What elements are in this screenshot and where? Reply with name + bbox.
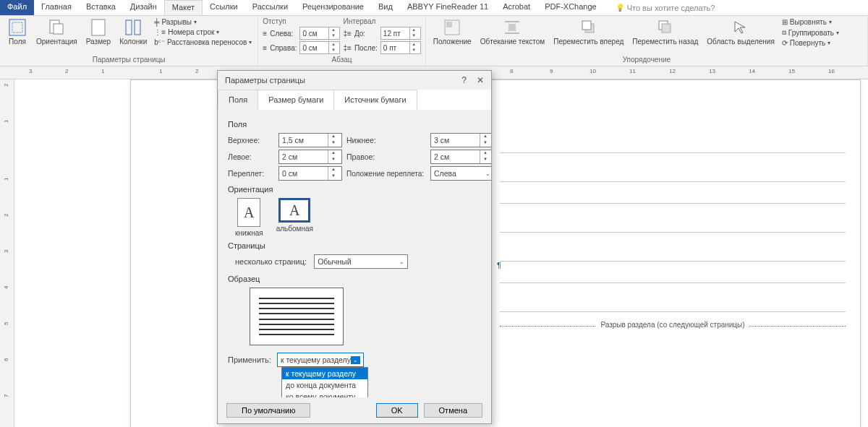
orientation-portrait[interactable]: A книжная [235, 198, 263, 237]
apply-to-select[interactable]: к текущему разделу⌄ [277, 353, 364, 367]
spacing-before-input[interactable]: 12 пт▲▼ [380, 27, 421, 40]
size-label: Размер [86, 38, 111, 46]
spacing-title: Интервал [343, 17, 420, 25]
spin-up-icon[interactable]: ▲ [480, 150, 490, 157]
columns-button[interactable]: Колонки [116, 17, 150, 47]
spin-down-icon[interactable]: ▼ [409, 33, 418, 39]
tab-view[interactable]: Вид [371, 0, 400, 15]
spin-up-icon[interactable]: ▲ [409, 27, 418, 33]
spin-down-icon[interactable]: ▼ [328, 48, 337, 53]
tab-acrobat[interactable]: Acrobat [495, 0, 537, 15]
apply-option-whole-doc[interactable]: ко всему документу [282, 391, 367, 397]
multi-pages-label: несколько страниц: [235, 257, 307, 266]
left-margin-input[interactable]: 2 см▲▼ [278, 150, 342, 164]
tab-layout[interactable]: Макет [164, 0, 203, 15]
ribbon-tabs: Файл Главная Вставка Дизайн Макет Ссылки… [0, 0, 868, 16]
line-numbers-button[interactable]: ⋮≡Номера строк▾ [153, 27, 253, 37]
apply-option-end-of-doc[interactable]: до конца документа [282, 379, 367, 391]
help-icon[interactable]: ? [461, 75, 467, 85]
line-numbers-icon: ⋮≡ [154, 28, 166, 36]
close-icon[interactable]: ✕ [477, 75, 484, 85]
spin-down-icon[interactable]: ▼ [328, 140, 339, 147]
tab-design[interactable]: Дизайн [123, 0, 164, 15]
tab-mailings[interactable]: Рассылки [245, 0, 295, 15]
tab-file[interactable]: Файл [0, 0, 34, 15]
indent-right-label: Справа: [270, 44, 297, 52]
spin-up-icon[interactable]: ▲ [409, 42, 418, 48]
ribbon: Поля Ориентация Размер Колонки ╪Разрывы▾… [0, 16, 868, 66]
group-title-paragraph: Абзац [263, 55, 421, 64]
lightbulb-icon: 💡 [616, 4, 624, 12]
dialog-titlebar: Параметры страницы ? ✕ [218, 71, 491, 90]
orientation-button[interactable]: Ориентация [33, 17, 80, 47]
spin-down-icon[interactable]: ▼ [328, 157, 339, 163]
margins-button[interactable]: Поля [4, 17, 30, 47]
multi-pages-select[interactable]: Обычный⌄ [314, 254, 408, 269]
wrap-button[interactable]: Обтекание текстом [477, 17, 548, 47]
indent-left-input[interactable]: 0 см▲▼ [299, 27, 340, 40]
cancel-button[interactable]: Отмена [424, 403, 482, 418]
chevron-down-icon: ▾ [194, 19, 197, 25]
landscape-icon: A [278, 198, 310, 223]
vertical-ruler[interactable]: 2 1 1 2 3 4 5 6 7 [0, 79, 14, 427]
orientation-landscape[interactable]: A альбомная [276, 198, 313, 237]
gutter-input[interactable]: 0 см▲▼ [278, 166, 342, 181]
svg-rect-1 [12, 22, 22, 33]
align-button[interactable]: ⊞Выровнять▾ [780, 17, 841, 27]
tab-references[interactable]: Ссылки [203, 0, 245, 15]
chevron-down-icon: ▾ [216, 29, 219, 35]
spin-up-icon[interactable]: ▲ [328, 134, 339, 140]
bottom-margin-input[interactable]: 3 см▲▼ [430, 133, 491, 147]
backward-button[interactable]: Переместить назад [629, 17, 701, 47]
gutter-pos-label: Положение переплета: [346, 170, 426, 178]
spin-down-icon[interactable]: ▼ [480, 157, 490, 163]
top-margin-input[interactable]: 1,5 см▲▼ [278, 133, 342, 147]
ok-button[interactable]: OK [376, 403, 418, 418]
spacing-before-icon: ‡≡ [343, 30, 351, 38]
tab-review[interactable]: Рецензирование [295, 0, 371, 15]
gutter-pos-select[interactable]: Слева⌄ [430, 166, 491, 181]
hyphenation-button[interactable]: bᶜ⁻Расстановка переносов▾ [153, 38, 253, 47]
spin-down-icon[interactable]: ▼ [480, 140, 490, 147]
breaks-button[interactable]: ╪Разрывы▾ [153, 17, 253, 27]
default-button[interactable]: По умолчанию [226, 403, 310, 418]
rotate-button[interactable]: ⟳Повернуть▾ [780, 38, 841, 48]
forward-button[interactable]: Переместить вперед [550, 17, 626, 47]
spin-down-icon[interactable]: ▼ [328, 173, 339, 180]
position-button[interactable]: Положение [430, 17, 475, 47]
apply-to-dropdown: к текущему разделу до конца документа ко… [281, 367, 368, 397]
svg-rect-4 [92, 20, 105, 35]
spin-up-icon[interactable]: ▲ [328, 27, 337, 33]
group-objects-button[interactable]: ⧈Группировать▾ [780, 27, 841, 38]
indent-right-input[interactable]: 0 см▲▼ [299, 41, 340, 54]
apply-option-current-section[interactable]: к текущему разделу [282, 368, 367, 379]
table-line [500, 282, 846, 283]
tab-home[interactable]: Главная [34, 0, 79, 15]
hyphenation-icon: bᶜ⁻ [154, 38, 165, 46]
position-icon [442, 19, 462, 36]
tab-pdfxchange[interactable]: PDF-XChange [537, 0, 604, 15]
tell-me-search[interactable]: 💡 Что вы хотите сделать? [608, 0, 723, 15]
spin-up-icon[interactable]: ▲ [328, 150, 339, 157]
right-margin-input[interactable]: 2 см▲▼ [430, 150, 491, 164]
group-page-setup: Поля Ориентация Размер Колонки ╪Разрывы▾… [0, 16, 258, 66]
spacing-after-input[interactable]: 0 пт▲▼ [380, 41, 421, 54]
dialog-tab-paper[interactable]: Размер бумаги [258, 90, 334, 110]
pages-section-label: Страницы [228, 241, 481, 250]
page-setup-dialog: Параметры страницы ? ✕ Поля Размер бумаг… [217, 70, 492, 424]
size-button[interactable]: Размер [83, 17, 114, 47]
top-margin-label: Верхнее: [228, 136, 274, 145]
chevron-down-icon: ▾ [249, 39, 252, 46]
svg-rect-3 [54, 24, 63, 34]
spin-up-icon[interactable]: ▲ [480, 134, 490, 140]
spin-up-icon[interactable]: ▲ [328, 167, 339, 173]
spin-down-icon[interactable]: ▼ [409, 48, 418, 53]
dialog-tab-source[interactable]: Источник бумаги [333, 90, 417, 110]
spin-down-icon[interactable]: ▼ [328, 33, 337, 39]
dialog-tab-margins[interactable]: Поля [218, 90, 258, 110]
selection-pane-button[interactable]: Область выделения [704, 17, 778, 47]
svg-rect-6 [135, 20, 140, 35]
spin-up-icon[interactable]: ▲ [328, 42, 337, 48]
tab-insert[interactable]: Вставка [79, 0, 123, 15]
tab-abbyy[interactable]: ABBYY FineReader 11 [400, 0, 495, 15]
